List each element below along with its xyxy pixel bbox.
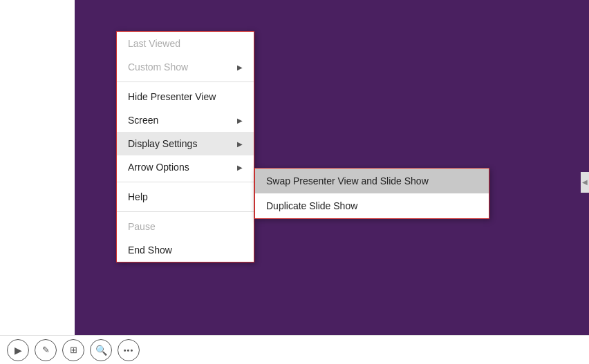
menu-label-arrow-options: Arrow Options xyxy=(128,162,189,173)
menu-label-hide-presenter: Hide Presenter View xyxy=(128,91,216,102)
toolbar: ▶ ✎ ⊞ 🔍 ••• xyxy=(0,335,589,364)
menu-item-hide-presenter[interactable]: Hide Presenter View xyxy=(117,85,254,108)
left-panel xyxy=(0,0,75,364)
menu-item-screen[interactable]: Screen ▶ xyxy=(117,108,254,132)
more-button[interactable]: ••• xyxy=(118,339,140,361)
play-icon: ▶ xyxy=(15,345,22,356)
submenu-item-duplicate[interactable]: Duplicate Slide Show xyxy=(255,193,489,218)
more-icon: ••• xyxy=(124,346,134,354)
zoom-icon: 🔍 xyxy=(95,345,107,356)
submenu-item-swap[interactable]: Swap Presenter View and Slide Show xyxy=(255,169,489,193)
menu-label-pause: Pause xyxy=(128,221,156,232)
menu-separator-3 xyxy=(117,211,254,212)
chevron-right-icon: ▶ xyxy=(237,64,243,71)
slides-icon: ⊞ xyxy=(70,345,77,355)
menu-label-end-show: End Show xyxy=(128,245,172,256)
menu-separator-1 xyxy=(117,82,254,82)
pen-icon: ✎ xyxy=(42,345,50,355)
chevron-right-icon-display: ▶ xyxy=(237,140,243,148)
chevron-right-icon-screen: ▶ xyxy=(237,117,243,124)
menu-label-last-viewed: Last Viewed xyxy=(128,38,180,49)
menu-label-display-settings: Display Settings xyxy=(128,138,197,149)
menu-item-last-viewed[interactable]: Last Viewed xyxy=(117,32,254,55)
slides-button[interactable]: ⊞ xyxy=(62,339,84,361)
menu-separator-2 xyxy=(117,182,254,182)
chevron-right-icon-arrow: ▶ xyxy=(237,164,243,171)
menu-label-help: Help xyxy=(128,191,148,202)
play-button[interactable]: ▶ xyxy=(7,339,29,361)
menu-item-arrow-options[interactable]: Arrow Options ▶ xyxy=(117,155,254,179)
menu-label-custom-show: Custom Show xyxy=(128,61,188,73)
right-edge-indicator: ◀ xyxy=(581,172,589,193)
menu-label-screen: Screen xyxy=(128,115,158,126)
zoom-button[interactable]: 🔍 xyxy=(90,339,112,361)
pen-button[interactable]: ✎ xyxy=(35,339,57,361)
submenu-label-duplicate: Duplicate Slide Show xyxy=(266,200,357,211)
menu-item-custom-show[interactable]: Custom Show ▶ xyxy=(117,55,254,79)
menu-item-help[interactable]: Help xyxy=(117,185,254,209)
menu-item-display-settings[interactable]: Display Settings ▶ xyxy=(117,132,254,155)
context-menu: Last Viewed Custom Show ▶ Hide Presenter… xyxy=(116,31,254,262)
submenu: Swap Presenter View and Slide Show Dupli… xyxy=(254,168,489,219)
submenu-label-swap: Swap Presenter View and Slide Show xyxy=(266,175,429,186)
menu-item-pause[interactable]: Pause xyxy=(117,215,254,238)
menu-item-end-show[interactable]: End Show xyxy=(117,238,254,262)
